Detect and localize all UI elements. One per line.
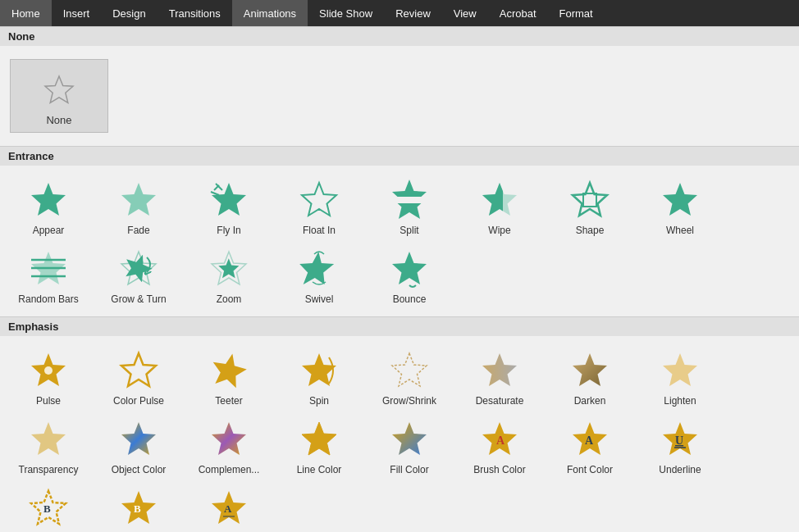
- desaturate-label: Desaturate: [476, 395, 524, 407]
- menu-animations[interactable]: Animations: [232, 0, 308, 26]
- zoom-label: Zoom: [217, 293, 242, 305]
- anim-split[interactable]: Split: [364, 172, 454, 241]
- svg-marker-38: [121, 422, 156, 455]
- boldreveal-icon: B: [116, 485, 162, 531]
- none-label: None: [46, 114, 71, 126]
- fillcolor-icon: [386, 416, 432, 462]
- anim-complement[interactable]: Complemen...: [184, 412, 274, 480]
- colorpulse-icon: [116, 348, 162, 393]
- menu-acrobat[interactable]: Acrobat: [488, 0, 548, 26]
- shape-label: Shape: [576, 225, 605, 236]
- anim-boldflash[interactable]: B Bold Flash: [3, 480, 94, 532]
- anim-bounce[interactable]: Bounce: [364, 241, 454, 310]
- menu-insert[interactable]: Insert: [52, 0, 102, 26]
- anim-transparency[interactable]: Transparency: [3, 412, 94, 480]
- anim-swivel[interactable]: Swivel: [274, 241, 364, 310]
- svg-rect-16: [583, 193, 596, 207]
- menubar: Home Insert Design Transitions Animation…: [0, 0, 799, 26]
- svg-marker-33: [392, 353, 427, 386]
- anim-teeter[interactable]: Teeter: [184, 343, 274, 412]
- boldflash-icon: B: [25, 485, 71, 531]
- menu-view[interactable]: View: [442, 0, 488, 26]
- wheel-label: Wheel: [666, 225, 694, 236]
- objectcolor-label: Object Color: [112, 464, 167, 475]
- anim-shape[interactable]: Shape: [545, 172, 635, 241]
- floatin-icon: [296, 177, 342, 223]
- anim-spin[interactable]: Spin: [274, 343, 364, 412]
- anim-underline[interactable]: U Underline: [635, 412, 725, 480]
- wave-icon: A: [206, 485, 252, 531]
- anim-pulse[interactable]: Pulse: [3, 343, 94, 412]
- menu-home[interactable]: Home: [0, 0, 52, 26]
- fontcolor-icon: A: [567, 416, 613, 462]
- section-none-header: None: [0, 26, 799, 46]
- transparency-label: Transparency: [19, 464, 79, 475]
- svg-marker-34: [482, 353, 517, 386]
- darken-icon: [567, 348, 613, 393]
- swivel-label: Swivel: [305, 293, 334, 305]
- anim-wave[interactable]: A Wave: [184, 480, 274, 532]
- anim-fontcolor[interactable]: A Font Color: [545, 412, 635, 480]
- flyin-label: Fly In: [217, 225, 240, 236]
- split-icon: [386, 177, 432, 223]
- anim-linecolor[interactable]: Line Color: [274, 412, 364, 480]
- desaturate-icon: [477, 348, 523, 393]
- anim-wipe[interactable]: Wipe: [454, 172, 545, 241]
- anim-randombars[interactable]: Random Bars: [3, 241, 94, 310]
- menu-slideshow[interactable]: Slide Show: [308, 0, 384, 26]
- bounce-label: Bounce: [393, 293, 427, 305]
- anim-zoom[interactable]: Zoom: [184, 241, 274, 310]
- growshrink-label: Grow/Shrink: [382, 395, 436, 407]
- spin-icon: [296, 348, 342, 393]
- svg-marker-36: [663, 353, 697, 386]
- menu-transitions[interactable]: Transitions: [158, 0, 232, 26]
- menu-review[interactable]: Review: [384, 0, 442, 26]
- emphasis-grid: Pulse Color Pulse Teeter: [0, 336, 799, 532]
- wheel-icon: [657, 177, 703, 223]
- anim-fade[interactable]: Fade: [94, 172, 184, 241]
- menu-format[interactable]: Format: [548, 0, 605, 26]
- svg-marker-41: [392, 422, 427, 455]
- svg-text:A: A: [224, 502, 232, 515]
- shape-icon: [567, 177, 613, 223]
- anim-desaturate[interactable]: Desaturate: [454, 343, 545, 412]
- lighten-label: Lighten: [664, 395, 696, 407]
- svg-marker-7: [302, 183, 336, 216]
- svg-marker-15: [573, 183, 607, 216]
- anim-boldreveal[interactable]: B Bold Reveal: [94, 480, 184, 532]
- fade-label: Fade: [127, 225, 149, 236]
- entrance-grid: Appear Fade Fly In: [0, 166, 799, 316]
- anim-growshrink[interactable]: Grow/Shrink: [364, 343, 454, 412]
- anim-floatin[interactable]: Float In: [274, 172, 364, 241]
- appear-icon: [25, 177, 71, 223]
- anim-none[interactable]: None: [10, 59, 108, 133]
- anim-growturn[interactable]: Grow & Turn: [94, 241, 184, 310]
- spin-label: Spin: [309, 395, 329, 407]
- anim-colorpulse[interactable]: Color Pulse: [94, 343, 184, 412]
- none-grid: None: [0, 46, 799, 146]
- anim-appear[interactable]: Appear: [3, 172, 94, 241]
- svg-marker-17: [663, 183, 697, 216]
- lighten-icon: [657, 348, 703, 393]
- anim-flyin[interactable]: Fly In: [184, 172, 274, 241]
- colorpulse-label: Color Pulse: [113, 395, 164, 407]
- svg-text:A: A: [496, 434, 505, 447]
- pulse-label: Pulse: [36, 395, 61, 407]
- svg-marker-31: [209, 350, 249, 389]
- anim-darken[interactable]: Darken: [545, 343, 635, 412]
- anim-fillcolor[interactable]: Fill Color: [364, 412, 454, 480]
- anim-wheel[interactable]: Wheel: [635, 172, 725, 241]
- complement-icon: [206, 416, 252, 462]
- anim-lighten[interactable]: Lighten: [635, 343, 725, 412]
- anim-objectcolor[interactable]: Object Color: [94, 412, 184, 480]
- svg-marker-26: [298, 252, 336, 284]
- growshrink-icon: [386, 348, 432, 393]
- wipe-icon: [477, 177, 523, 223]
- svg-marker-35: [573, 353, 607, 386]
- anim-brushcolor[interactable]: A Brush Color: [454, 412, 545, 480]
- svg-marker-27: [392, 252, 427, 284]
- teeter-label: Teeter: [215, 395, 242, 407]
- svg-text:B: B: [43, 502, 51, 515]
- menu-design[interactable]: Design: [101, 0, 157, 26]
- wipe-label: Wipe: [488, 225, 510, 236]
